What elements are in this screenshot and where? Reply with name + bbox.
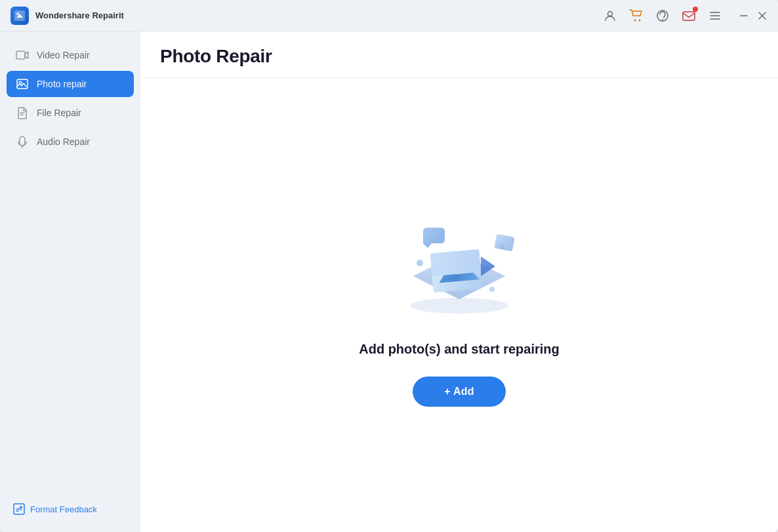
svg-point-3 bbox=[634, 19, 636, 21]
app-title: Wondershare Repairit bbox=[35, 10, 124, 20]
audio-repair-label: Audio Repair bbox=[37, 136, 90, 147]
video-repair-icon bbox=[16, 49, 29, 62]
svg-rect-7 bbox=[683, 12, 695, 20]
svg-point-4 bbox=[639, 19, 641, 21]
account-icon[interactable] bbox=[602, 8, 618, 24]
mail-icon[interactable] bbox=[681, 8, 697, 24]
svg-rect-15 bbox=[17, 79, 28, 89]
svg-point-27 bbox=[489, 287, 495, 292]
app-logo bbox=[10, 7, 29, 25]
support-icon[interactable] bbox=[655, 8, 670, 24]
photo-repair-icon bbox=[16, 77, 29, 91]
main-layout: Video Repair Photo repair bbox=[0, 31, 778, 532]
add-button[interactable]: + Add bbox=[413, 377, 505, 407]
close-button[interactable] bbox=[757, 10, 768, 21]
svg-rect-14 bbox=[16, 51, 25, 59]
svg-point-1 bbox=[16, 12, 19, 15]
photo-repair-illustration bbox=[387, 204, 531, 322]
svg-point-26 bbox=[417, 260, 423, 266]
sidebar: Video Repair Photo repair bbox=[0, 31, 140, 532]
cart-icon[interactable] bbox=[628, 8, 644, 24]
mail-badge bbox=[693, 7, 698, 12]
minimize-button[interactable] bbox=[739, 10, 749, 21]
sidebar-nav: Video Repair Photo repair bbox=[0, 42, 140, 497]
app-window: Wondershare Repairit bbox=[0, 0, 778, 532]
title-bar: Wondershare Repairit bbox=[0, 0, 778, 31]
sidebar-item-file-repair[interactable]: File Repair bbox=[7, 100, 134, 126]
sidebar-item-photo-repair[interactable]: Photo repair bbox=[7, 71, 134, 97]
feedback-label: Format Feedback bbox=[30, 504, 97, 514]
window-controls bbox=[739, 10, 768, 21]
content-body: Add photo(s) and start repairing + Add bbox=[140, 78, 778, 532]
file-repair-label: File Repair bbox=[37, 108, 81, 118]
content-area: Photo Repair bbox=[140, 31, 778, 532]
format-feedback-link[interactable]: Format Feedback bbox=[13, 503, 127, 515]
content-header: Photo Repair bbox=[140, 31, 778, 78]
photo-repair-label: Photo repair bbox=[37, 79, 87, 89]
add-button-label: + Add bbox=[444, 386, 474, 398]
svg-point-2 bbox=[608, 11, 613, 16]
svg-point-21 bbox=[410, 298, 508, 314]
title-bar-left: Wondershare Repairit bbox=[10, 7, 124, 25]
sidebar-footer: Format Feedback bbox=[0, 497, 140, 522]
svg-rect-23 bbox=[430, 249, 481, 276]
svg-rect-24 bbox=[494, 234, 514, 251]
audio-repair-icon bbox=[16, 135, 29, 148]
feedback-icon bbox=[13, 503, 25, 515]
title-bar-right bbox=[602, 8, 768, 24]
page-title: Photo Repair bbox=[160, 46, 758, 67]
sidebar-item-video-repair[interactable]: Video Repair bbox=[7, 42, 134, 68]
menu-icon[interactable] bbox=[707, 8, 723, 24]
svg-point-16 bbox=[19, 81, 22, 84]
prompt-text: Add photo(s) and start repairing bbox=[359, 342, 560, 357]
file-repair-icon bbox=[16, 106, 29, 119]
sidebar-item-audio-repair[interactable]: Audio Repair bbox=[7, 129, 134, 155]
video-repair-label: Video Repair bbox=[37, 50, 90, 60]
svg-point-6 bbox=[662, 19, 663, 20]
svg-point-25 bbox=[499, 244, 504, 249]
